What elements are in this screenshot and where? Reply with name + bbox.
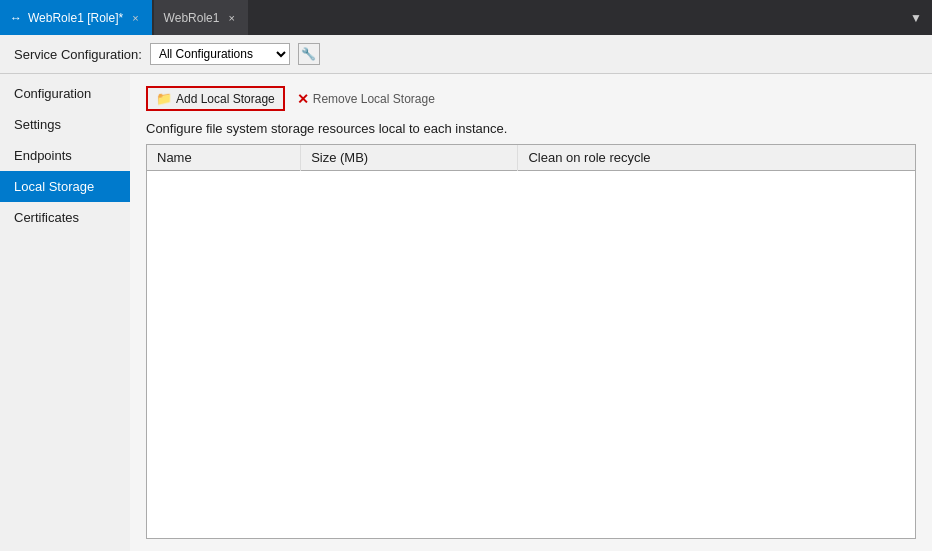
inactive-tab-close[interactable]: × <box>225 11 237 25</box>
service-config-select[interactable]: All Configurations Cloud Local <box>150 43 290 65</box>
main-window: ↔ WebRole1 [Role]* × WebRole1 × ▼ Servic… <box>0 0 932 551</box>
sidebar-item-settings[interactable]: Settings <box>0 109 130 140</box>
col-size: Size (MB) <box>301 145 518 171</box>
content-body: Configuration Settings Endpoints Local S… <box>0 74 932 551</box>
inactive-tab-label: WebRole1 <box>164 11 220 25</box>
title-bar: ↔ WebRole1 [Role]* × WebRole1 × ▼ <box>0 0 932 35</box>
sidebar-item-endpoints[interactable]: Endpoints <box>0 140 130 171</box>
sidebar-item-settings-label: Settings <box>14 117 61 132</box>
description-text: Configure file system storage resources … <box>146 121 916 136</box>
sidebar-item-endpoints-label: Endpoints <box>14 148 72 163</box>
storage-table-container: Name Size (MB) Clean on role recycle <box>146 144 916 539</box>
sidebar-item-certificates[interactable]: Certificates <box>0 202 130 233</box>
storage-table: Name Size (MB) Clean on role recycle <box>147 145 915 171</box>
active-tab-pin-icon: ↔ <box>10 11 22 25</box>
title-bar-filler <box>248 0 910 35</box>
inactive-tab[interactable]: WebRole1 × <box>154 0 248 35</box>
active-tab-label: WebRole1 [Role]* <box>28 11 123 25</box>
remove-x-icon: ✕ <box>297 91 309 107</box>
main-area: Service Configuration: All Configuration… <box>0 35 932 551</box>
col-clean: Clean on role recycle <box>518 145 915 171</box>
config-manage-icon: 🔧 <box>301 47 316 61</box>
sidebar: Configuration Settings Endpoints Local S… <box>0 74 130 551</box>
sidebar-item-configuration[interactable]: Configuration <box>0 78 130 109</box>
table-header-row: Name Size (MB) Clean on role recycle <box>147 145 915 171</box>
remove-local-storage-button[interactable]: ✕ Remove Local Storage <box>289 88 443 110</box>
sidebar-item-configuration-label: Configuration <box>14 86 91 101</box>
col-name: Name <box>147 145 301 171</box>
service-config-bar: Service Configuration: All Configuration… <box>0 35 932 74</box>
add-storage-icon: 📁 <box>156 91 172 106</box>
add-local-storage-label: Add Local Storage <box>176 92 275 106</box>
config-manage-button[interactable]: 🔧 <box>298 43 320 65</box>
sidebar-item-certificates-label: Certificates <box>14 210 79 225</box>
toolbar: 📁 Add Local Storage ✕ Remove Local Stora… <box>146 86 916 111</box>
title-bar-dropdown: ▼ <box>910 0 932 35</box>
sidebar-item-local-storage-label: Local Storage <box>14 179 94 194</box>
add-local-storage-button[interactable]: 📁 Add Local Storage <box>146 86 285 111</box>
service-config-label: Service Configuration: <box>14 47 142 62</box>
sidebar-item-local-storage[interactable]: Local Storage <box>0 171 130 202</box>
active-tab[interactable]: ↔ WebRole1 [Role]* × <box>0 0 152 35</box>
remove-local-storage-label: Remove Local Storage <box>313 92 435 106</box>
right-panel: 📁 Add Local Storage ✕ Remove Local Stora… <box>130 74 932 551</box>
active-tab-close[interactable]: × <box>129 11 141 25</box>
